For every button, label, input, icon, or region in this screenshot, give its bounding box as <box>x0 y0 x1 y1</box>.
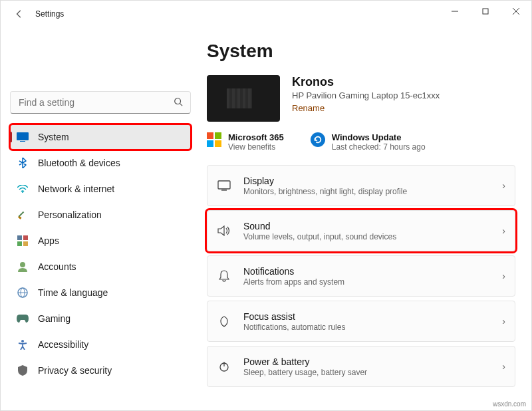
svg-line-5 <box>180 104 183 106</box>
sidebar: System Bluetooth & devices Network & int… <box>1 27 200 410</box>
sidebar-item-network[interactable]: Network & internet <box>10 176 191 202</box>
power-icon <box>217 361 231 372</box>
svg-point-19 <box>21 340 24 342</box>
sidebar-item-gaming[interactable]: Gaming <box>10 306 191 331</box>
item-title: Notifications <box>243 266 502 277</box>
search-icon <box>174 97 183 108</box>
svg-rect-12 <box>23 235 28 240</box>
svc-title: Microsoft 365 <box>228 132 284 142</box>
svc-sub: View benefits <box>228 142 284 152</box>
sidebar-item-label: Network & internet <box>38 184 114 194</box>
chevron-right-icon: › <box>502 180 505 191</box>
item-sub: Notifications, automatic rules <box>243 323 502 332</box>
sidebar-item-label: Personalization <box>38 209 102 220</box>
rename-link[interactable]: Rename <box>292 103 440 113</box>
device-info: Kronos HP Pavilion Gaming Laptop 15-ec1x… <box>292 75 440 113</box>
personalization-icon <box>17 209 29 221</box>
item-title: Power & battery <box>243 356 502 367</box>
device-model: HP Pavilion Gaming Laptop 15-ec1xxx <box>292 90 440 100</box>
sidebar-item-system[interactable]: System <box>10 124 191 150</box>
chevron-right-icon: › <box>502 271 505 281</box>
search-wrap <box>10 91 191 114</box>
sidebar-item-accounts[interactable]: Accounts <box>10 254 191 279</box>
device-info-row: Kronos HP Pavilion Gaming Laptop 15-ec1x… <box>207 75 515 122</box>
bluetooth-icon <box>17 157 29 169</box>
sidebar-item-label: System <box>38 132 69 142</box>
svg-point-4 <box>175 98 181 104</box>
network-icon <box>17 183 29 195</box>
item-sub: Sleep, battery usage, battery saver <box>243 368 502 377</box>
sidebar-item-privacy[interactable]: Privacy & security <box>10 358 191 383</box>
svg-point-15 <box>20 262 25 267</box>
sidebar-item-label: Gaming <box>38 313 70 324</box>
item-power-battery[interactable]: Power & battery Sleep, battery usage, ba… <box>207 346 515 387</box>
svg-rect-10 <box>19 211 24 217</box>
apps-icon <box>17 235 29 247</box>
minimize-button[interactable] <box>440 1 470 22</box>
notifications-icon <box>217 270 231 282</box>
device-name: Kronos <box>292 75 440 89</box>
item-title: Sound <box>243 221 502 231</box>
windows-update-tile[interactable]: Windows Update Last checked: 7 hours ago <box>311 132 426 152</box>
maximize-button[interactable] <box>470 1 501 22</box>
sidebar-item-label: Time & language <box>38 287 108 298</box>
svg-rect-7 <box>20 141 25 142</box>
item-sub: Monitors, brightness, night light, displ… <box>243 187 502 196</box>
sidebar-item-personalization[interactable]: Personalization <box>10 202 191 227</box>
sidebar-item-label: Accessibility <box>38 339 88 350</box>
item-display[interactable]: Display Monitors, brightness, night ligh… <box>207 165 515 206</box>
watermark: wsxdn.com <box>493 400 526 408</box>
item-sub: Alerts from apps and system <box>243 277 502 287</box>
svc-sub: Last checked: 7 hours ago <box>332 142 426 152</box>
svc-title: Windows Update <box>332 132 426 142</box>
system-icon <box>17 131 29 143</box>
privacy-icon <box>17 364 29 376</box>
windows-update-icon <box>311 132 325 147</box>
microsoft-365-tile[interactable]: Microsoft 365 View benefits <box>207 132 284 152</box>
svg-rect-14 <box>23 241 28 246</box>
titlebar: Settings <box>1 1 531 27</box>
item-title: Display <box>243 176 502 186</box>
services-row: Microsoft 365 View benefits Windows Upda… <box>207 132 515 152</box>
main-content: System Kronos HP Pavilion Gaming Laptop … <box>200 27 531 410</box>
sound-icon <box>217 225 231 236</box>
back-button[interactable] <box>9 3 30 25</box>
device-thumbnail <box>207 75 280 122</box>
accounts-icon <box>17 261 29 273</box>
chevron-right-icon: › <box>502 316 505 327</box>
item-sub: Volume levels, output, input, sound devi… <box>243 232 502 241</box>
chevron-right-icon: › <box>502 361 505 372</box>
item-focus-assist[interactable]: Focus assist Notifications, automatic ru… <box>207 301 515 342</box>
sidebar-item-accessibility[interactable]: Accessibility <box>10 332 191 357</box>
svg-point-8 <box>22 192 23 193</box>
svg-rect-1 <box>483 9 488 14</box>
accessibility-icon <box>17 339 29 350</box>
search-input[interactable] <box>10 91 191 114</box>
svg-rect-11 <box>17 235 22 240</box>
focus-assist-icon <box>217 315 231 327</box>
sidebar-item-label: Apps <box>38 235 59 246</box>
window-title: Settings <box>35 9 64 19</box>
nav-list: System Bluetooth & devices Network & int… <box>10 124 191 383</box>
settings-items: Display Monitors, brightness, night ligh… <box>207 165 515 387</box>
svg-rect-13 <box>17 241 22 246</box>
sidebar-item-label: Bluetooth & devices <box>38 158 120 168</box>
sidebar-item-bluetooth[interactable]: Bluetooth & devices <box>10 150 191 176</box>
page-title: System <box>207 41 515 62</box>
svg-rect-20 <box>218 181 230 189</box>
chevron-right-icon: › <box>502 225 505 236</box>
time-language-icon <box>17 287 29 299</box>
svg-rect-6 <box>17 132 29 140</box>
gaming-icon <box>17 313 29 325</box>
window-controls <box>440 1 531 22</box>
item-title: Focus assist <box>243 311 502 322</box>
display-icon <box>217 180 231 191</box>
microsoft-365-icon <box>207 132 221 147</box>
sidebar-item-time-language[interactable]: Time & language <box>10 280 191 305</box>
item-sound[interactable]: Sound Volume levels, output, input, soun… <box>207 210 515 251</box>
close-button[interactable] <box>501 1 531 22</box>
sidebar-item-label: Accounts <box>38 261 76 272</box>
item-notifications[interactable]: Notifications Alerts from apps and syste… <box>207 255 515 297</box>
sidebar-item-apps[interactable]: Apps <box>10 228 191 253</box>
sidebar-item-label: Privacy & security <box>38 365 112 376</box>
